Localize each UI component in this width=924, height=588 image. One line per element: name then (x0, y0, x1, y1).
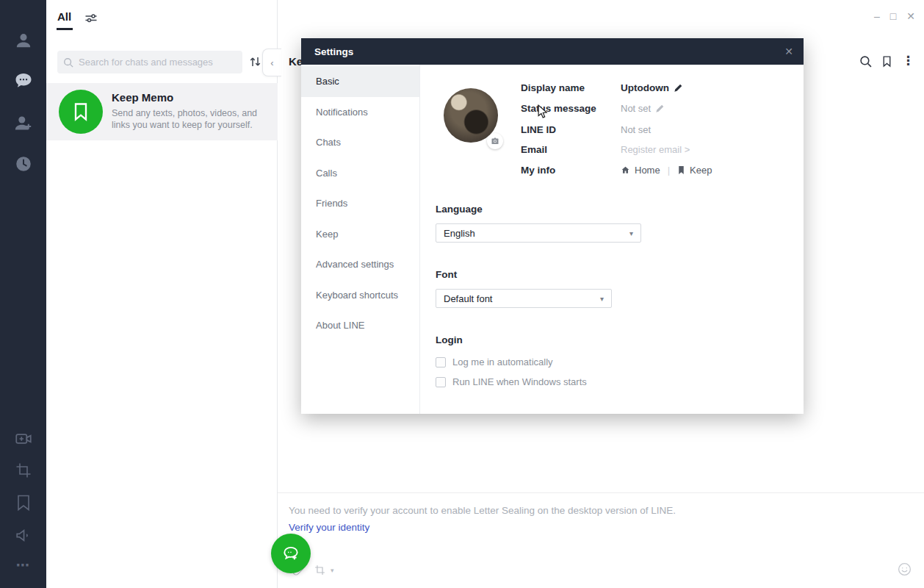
keep-small-icon (677, 165, 685, 175)
my-info-label: My info (521, 165, 621, 176)
display-name-value: Uptodown (621, 82, 669, 93)
chat-list-panel: All ‹ Keep Memo Send any texts, photos, … (46, 0, 278, 588)
settings-nav-advanced-settings[interactable]: Advanced settings (301, 249, 419, 280)
language-label: Language (436, 204, 483, 215)
settings-title: Settings (314, 46, 784, 57)
new-chat-button[interactable] (271, 534, 311, 573)
new-chat-icon (281, 544, 300, 563)
font-caret-icon: ▾ (600, 295, 604, 303)
keep-memo-avatar (59, 90, 103, 134)
chat-search-icon[interactable] (859, 55, 872, 68)
display-name-row: Display name Uptodown (521, 81, 683, 94)
collapse-panel-button[interactable]: ‹ (262, 49, 281, 76)
keep-memo-title: Keep Memo (112, 91, 173, 104)
bookmark-icon (71, 101, 90, 122)
language-caret-icon: ▾ (629, 229, 633, 237)
verify-identity-link[interactable]: Verify your identity (289, 522, 369, 533)
sort-icon[interactable] (249, 55, 261, 71)
settings-nav-keyboard-shortcuts[interactable]: Keyboard shortcuts (301, 280, 419, 311)
tab-all-underline (57, 28, 73, 30)
keep-icon[interactable] (0, 492, 46, 513)
keep-memo-list-item[interactable]: Keep Memo Send any texts, photos, videos… (46, 83, 278, 140)
add-friends-icon[interactable] (0, 112, 46, 133)
minimize-button[interactable]: – (874, 10, 880, 22)
history-icon[interactable] (0, 154, 46, 174)
line-id-row: LINE ID Not set (521, 123, 651, 136)
register-email-link[interactable]: Register email > (621, 144, 690, 155)
font-dropdown[interactable]: Default font ▾ (436, 289, 612, 308)
filter-icon[interactable] (84, 12, 98, 28)
edit-status-icon[interactable] (655, 104, 665, 113)
language-dropdown[interactable]: English ▾ (436, 223, 641, 243)
window-close-button[interactable]: ✕ (906, 10, 915, 22)
settings-nav-notifications[interactable]: Notifications (301, 97, 419, 128)
status-message-row: Status message Not set (521, 101, 665, 115)
search-input[interactable] (79, 57, 237, 68)
more-icon[interactable]: ⋯ (0, 555, 46, 576)
tab-all[interactable]: All (57, 10, 71, 23)
window-controls: – □ ✕ (874, 10, 915, 22)
settings-nav-about-line[interactable]: About LINE (301, 310, 419, 341)
home-link[interactable]: Home (635, 165, 660, 176)
display-name-label: Display name (521, 82, 621, 93)
chat-menu-icon[interactable]: ⋮ (902, 54, 914, 68)
more-horizontal-glyph: ⋯ (16, 557, 31, 573)
friends-icon[interactable] (0, 30, 46, 51)
search-bar (57, 51, 242, 74)
collapse-chevron-icon: ‹ (270, 57, 273, 68)
settings-nav-keep[interactable]: Keep (301, 219, 419, 250)
search-icon (63, 57, 73, 68)
settings-nav-friends[interactable]: Friends (301, 188, 419, 219)
my-info-separator: | (668, 165, 670, 176)
keep-link[interactable]: Keep (690, 165, 712, 176)
app-sidebar: ⋯ (0, 0, 46, 588)
change-photo-button[interactable] (487, 133, 503, 149)
keep-memo-subtitle: Send any texts, photos, videos, and link… (112, 107, 257, 131)
line-id-label: LINE ID (521, 124, 621, 135)
settings-nav-calls[interactable]: Calls (301, 158, 419, 189)
meeting-icon[interactable] (0, 429, 46, 449)
letter-sealing-notice: You need to verify your account to enabl… (289, 505, 676, 516)
language-value: English (444, 228, 475, 239)
font-label: Font (436, 269, 457, 280)
line-id-value: Not set (621, 124, 651, 135)
auto-login-option[interactable]: Log me in automatically (436, 356, 553, 368)
email-row: Email Register email > (521, 143, 690, 156)
emoji-icon[interactable] (897, 562, 912, 580)
settings-nav-basic[interactable]: Basic (301, 66, 419, 97)
status-message-label: Status message (521, 103, 621, 114)
compose-divider (278, 492, 924, 493)
camera-icon (491, 137, 499, 146)
email-label: Email (521, 144, 621, 155)
settings-nav: Basic Notifications Chats Calls Friends … (301, 65, 420, 414)
run-on-startup-checkbox-label: Run LINE when Windows starts (452, 376, 587, 387)
settings-nav-chats[interactable]: Chats (301, 127, 419, 158)
settings-close-button[interactable]: ✕ (784, 46, 793, 57)
auto-login-checkbox-label: Log me in automatically (452, 356, 553, 368)
chat-keep-icon[interactable] (881, 55, 892, 68)
settings-dialog-header: Settings ✕ (301, 38, 804, 65)
settings-basic-panel: Display name Uptodown Status message Not… (420, 65, 804, 414)
maximize-button[interactable]: □ (890, 10, 896, 22)
screenshot-icon[interactable] (0, 460, 46, 481)
chats-icon[interactable] (0, 71, 46, 91)
auto-login-checkbox[interactable] (436, 357, 446, 368)
login-label: Login (436, 334, 463, 345)
edit-display-name-icon[interactable] (674, 83, 683, 93)
announcements-icon[interactable] (0, 525, 46, 545)
settings-dialog: Settings ✕ Basic Notifications Chats Cal… (301, 38, 804, 414)
status-message-value: Not set (621, 103, 651, 114)
run-on-startup-checkbox[interactable] (436, 377, 446, 387)
chat-header-icons: ⋮ (859, 54, 914, 68)
capture-icon[interactable] (314, 564, 326, 576)
my-info-row: My info Home | Keep (521, 163, 712, 176)
font-value: Default font (444, 293, 493, 304)
run-on-startup-option[interactable]: Run LINE when Windows starts (436, 376, 587, 387)
capture-caret-icon[interactable]: ▾ (331, 567, 334, 574)
home-icon (621, 165, 630, 175)
